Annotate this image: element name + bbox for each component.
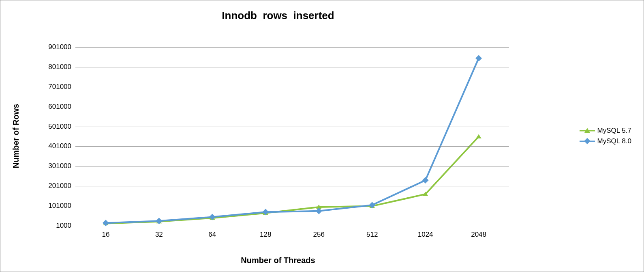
legend-marker: [584, 127, 590, 135]
diamond-marker: [475, 55, 482, 61]
gridline: [75, 127, 509, 127]
legend: MySQL 5.7MySQL 8.0: [580, 124, 631, 148]
series-line: [106, 58, 479, 223]
x-tick-label: 128: [260, 231, 271, 239]
y-tick-label: 601000: [48, 103, 71, 111]
y-tick-label: 201000: [48, 182, 71, 190]
chart-title: Innodb_rows_inserted: [0, 9, 556, 22]
chart-frame: Innodb_rows_inserted Number of Rows Numb…: [0, 0, 644, 272]
gridline: [75, 146, 509, 147]
triangle-marker: [476, 134, 481, 138]
y-tick-label: 301000: [48, 162, 71, 170]
x-tick-label: 512: [366, 231, 378, 239]
legend-swatch: [580, 127, 595, 135]
x-axis-title: Number of Threads: [0, 256, 556, 265]
gridline: [75, 47, 509, 47]
gridline: [75, 87, 509, 87]
diamond-marker: [422, 177, 429, 183]
x-tick-label: 32: [155, 231, 163, 239]
plot-area: 1000101000201000301000401000501000601000…: [75, 47, 509, 226]
gridline: [75, 107, 509, 107]
gridline: [75, 67, 509, 67]
x-tick-label: 16: [102, 231, 109, 239]
gridline: [75, 166, 509, 166]
x-tick-label: 64: [208, 231, 216, 239]
legend-item: MySQL 8.0: [580, 137, 631, 145]
gridline: [75, 226, 509, 226]
x-tick-label: 256: [313, 231, 325, 239]
y-axis-title: Number of Rows: [11, 104, 21, 168]
y-tick-label: 801000: [48, 63, 71, 71]
gridline: [75, 186, 509, 186]
y-tick-label: 501000: [48, 123, 71, 131]
legend-label: MySQL 5.7: [597, 127, 631, 135]
x-tick-label: 1024: [418, 231, 433, 239]
legend-swatch: [580, 137, 595, 145]
legend-item: MySQL 5.7: [580, 127, 631, 135]
y-tick-label: 1000: [56, 222, 71, 230]
y-tick-label: 701000: [48, 83, 71, 91]
gridline: [75, 206, 509, 206]
chart-svg: [75, 47, 509, 226]
legend-marker: [585, 137, 589, 145]
y-tick-label: 101000: [48, 202, 71, 210]
x-tick-label: 2048: [471, 231, 486, 239]
y-tick-label: 901000: [48, 43, 71, 51]
legend-label: MySQL 8.0: [597, 137, 631, 145]
y-tick-label: 401000: [48, 142, 71, 150]
diamond-icon: [584, 138, 591, 145]
triangle-icon: [584, 128, 590, 133]
